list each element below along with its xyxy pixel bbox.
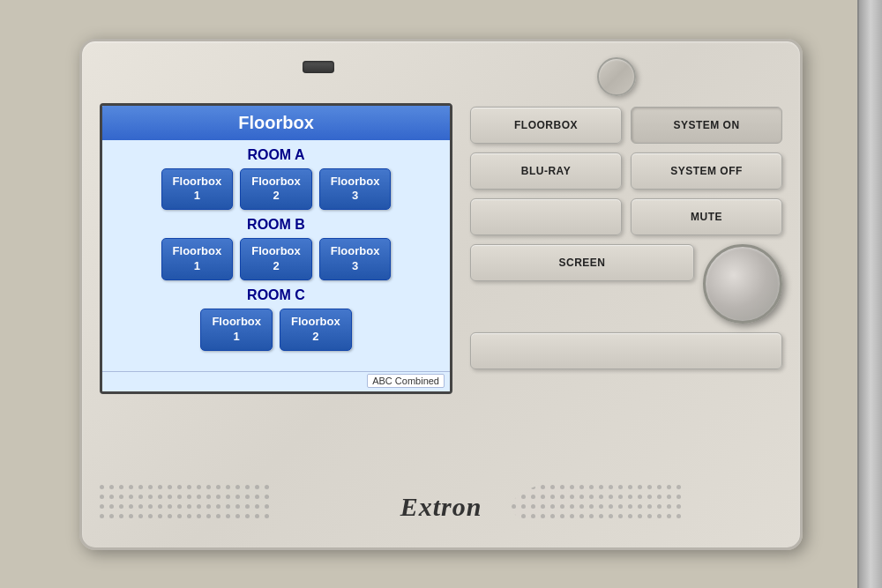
grille-dot [550,514,555,518]
room-b-floorbox-1[interactable]: Floorbox1 [161,238,234,280]
grille-dot [187,514,191,518]
grille-dot [599,495,603,499]
grille-dot [148,485,153,489]
volume-knob[interactable] [703,244,782,324]
grille-dot [158,514,162,518]
grille-dot [550,504,555,509]
grille-dot [187,495,191,499]
grille-dot [235,495,240,499]
mute-button[interactable]: MUTE [631,198,782,235]
grille-dot [119,514,123,518]
screen: Floorbox ROOM A Floorbox1 Floorbox2 Floo… [102,106,450,391]
grille-dot [599,485,603,489]
grille-dot [177,495,182,499]
grille-dot [148,504,153,509]
grille-dot [129,514,133,518]
room-a-floorbox-3[interactable]: Floorbox3 [319,168,392,211]
grille-dot [628,495,632,499]
grille-dot [138,495,143,499]
grille-dot [129,485,133,489]
room-c-floorbox-2[interactable]: Floorbox2 [280,309,352,351]
grille-dot [560,504,564,509]
grille-dot [226,495,230,499]
grille-dot [226,504,230,509]
grille-dot [531,495,535,499]
grille-dot [589,514,594,518]
grille-dot [265,485,269,489]
grille-dot [667,504,671,509]
grille-dot [560,485,564,489]
grille-dot [541,514,545,518]
grille-dot [119,495,123,499]
room-c-floorbox-1[interactable]: Floorbox1 [200,309,273,351]
grille-dot [676,485,681,489]
button-row-2: BLU-RAY SYSTEM OFF [470,153,782,190]
grille-dot [609,485,613,489]
blank-button-2[interactable] [470,332,782,369]
grille-dot [235,514,240,518]
screen-title: Floorbox [102,106,450,140]
grille-dot [245,514,250,518]
grille-dot [158,495,162,499]
grille-dot [235,485,240,489]
grille-dot [512,485,516,489]
blu-ray-button[interactable]: BLU-RAY [470,153,622,190]
grille-dot [197,514,201,518]
grille-dot [206,514,211,518]
grille-dot [521,504,526,509]
room-c-label: ROOM C [111,287,441,303]
grille-dot [226,485,230,489]
grille-dot [138,504,143,509]
floorbox-button[interactable]: FLOORBOX [470,107,622,144]
grille-dot [638,514,642,518]
grille-dot [109,504,114,509]
system-on-button[interactable]: SYSTEM ON [631,107,782,144]
grille-dot [148,514,153,518]
grille-dot [177,504,182,509]
room-a-floorbox-1[interactable]: Floorbox1 [161,168,234,211]
grille-dot [570,495,574,499]
grille-dot [618,495,623,499]
screen-footer: ABC Combined [102,371,450,391]
grille-dot [100,514,104,518]
grille-dot [255,514,259,518]
grille-dot [216,495,220,499]
grille-dot [138,485,143,489]
grille-dot [667,514,671,518]
grille-dot [177,485,182,489]
grille-dot [100,504,104,509]
system-off-button[interactable]: SYSTEM OFF [631,153,782,190]
led-indicator [303,61,334,73]
grille-dot [100,495,104,499]
grille-dot [265,514,269,518]
left-speaker-grille: // Render dots inline [100,485,370,529]
grille-dot [647,514,652,518]
grille-dot [647,485,652,489]
grille-dot [560,514,564,518]
button-panel: FLOORBOX SYSTEM ON BLU-RAY SYSTEM OFF MU… [470,103,782,470]
grille-dot [618,504,623,509]
grille-dot [676,504,681,509]
grille-dot [129,504,133,509]
grille-dot [512,504,516,509]
grille-dot [647,504,652,509]
room-b-floorbox-3[interactable]: Floorbox3 [319,238,392,280]
grille-dot [609,514,613,518]
grille-dot [129,495,133,499]
grille-dot [521,514,526,518]
room-a-label: ROOM A [111,147,441,163]
brand-label: Extron [370,492,512,522]
room-b-floorbox-2[interactable]: Floorbox2 [240,238,312,280]
bottom-row: // Render dots inline Extron [100,480,782,533]
blank-button-1[interactable] [470,198,622,235]
grille-dot [168,504,172,509]
grille-dot [265,495,269,499]
screen-button[interactable]: SCREEN [470,244,694,281]
grille-dot [609,504,613,509]
round-button[interactable] [597,57,636,96]
room-a-floorbox-2[interactable]: Floorbox2 [240,168,312,211]
grille-dot [541,504,545,509]
grille-dot [138,514,143,518]
grille-dot [100,485,104,489]
grille-dot [206,485,211,489]
